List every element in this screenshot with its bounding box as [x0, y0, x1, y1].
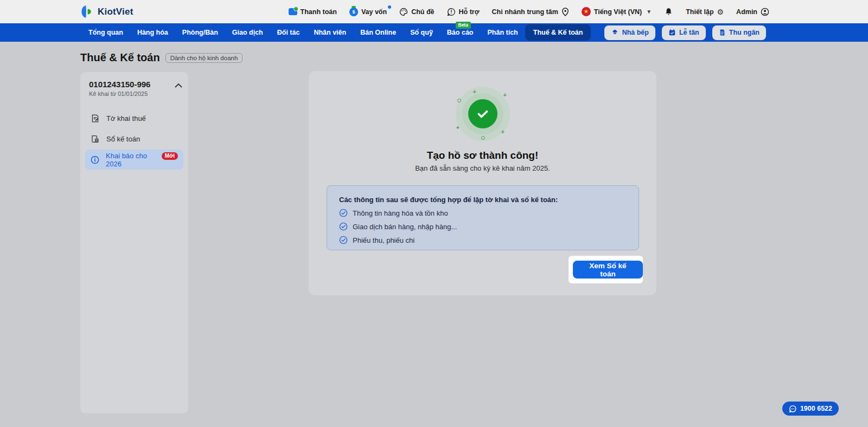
topbar-item-support[interactable]: Hỗ trợ Beta [447, 8, 480, 16]
page-header: Thuế & Kế toán Dành cho hộ kinh doanh [80, 51, 242, 64]
tax-sidebar: 0101243150-996 Kê khai từ 01/01/2025 Tờ … [80, 72, 188, 413]
confetti-circle [457, 99, 461, 102]
success-subheading: Bạn đã sẵn sàng cho kỳ kê khai năm 2025. [309, 164, 656, 172]
tour-spotlight: Xem Sổ kế toán [569, 256, 643, 283]
info-item-transactions: Giao dịch bán hàng, nhập hàng... [339, 222, 627, 231]
success-check-icon [468, 99, 497, 128]
success-heading: Tạo hồ sơ thành công! [309, 150, 656, 161]
tab-tong-quan[interactable]: Tổng quan [81, 23, 130, 42]
info-circle-icon [91, 156, 99, 164]
confetti-plus: + [501, 129, 505, 135]
beta-badge: Beta [456, 22, 471, 29]
confetti-plus: + [503, 92, 507, 98]
topbar-item-loan[interactable]: $ Vay vốn [349, 8, 387, 16]
topbar-item-branch[interactable]: Chi nhánh trung tâm [492, 8, 569, 16]
topbar-item-admin[interactable]: Admin [736, 8, 769, 16]
info-item-inventory: Thông tin hàng hóa và tồn kho [339, 209, 627, 217]
business-type-badge: Dành cho hộ kinh doanh [165, 53, 243, 63]
declaration-start-date: Kê khai từ 01/01/2025 [89, 90, 180, 97]
topbar-item-language[interactable]: ★ Tiếng Việt (VN) ▼ [582, 7, 652, 16]
topbar-menu: Thanh toán $ Vay vốn Chủ đề Hỗ [289, 7, 769, 16]
tab-so-quy[interactable]: Sổ quỹ [403, 23, 440, 42]
chef-hat-icon [611, 29, 619, 36]
tab-hang-hoa[interactable]: Hàng hóa [130, 23, 175, 42]
info-title: Các thông tin sau sẽ được tổng hợp để lậ… [339, 196, 627, 204]
check-circle-icon [339, 236, 348, 244]
reception-button[interactable]: Lễ tân [662, 25, 706, 40]
calendar-check-icon [668, 29, 676, 36]
check-circle-icon [339, 209, 348, 217]
chat-bubble-icon [789, 405, 797, 413]
location-pin-icon [561, 8, 569, 16]
tab-phong-ban[interactable]: Phòng/Bàn [175, 23, 225, 42]
gear-icon: ⚙ [717, 8, 724, 16]
sidebar-item-so-ke-toan[interactable]: Sổ kế toán [85, 129, 183, 149]
success-panel: + + + + Tạo hồ sơ thành công! Bạn đã sẵn… [309, 71, 656, 295]
sidebar-item-khai-bao-2026[interactable]: Khai báo cho 2026 Mới [85, 150, 183, 170]
ledger-book-icon [91, 134, 100, 144]
confetti-plus: + [473, 89, 476, 95]
tab-ban-online[interactable]: Bán Online [353, 23, 403, 42]
support-chat-icon [447, 8, 456, 16]
topbar-item-payment[interactable]: Thanh toán [289, 8, 337, 16]
info-item-receipts: Phiếu thu, phiếu chi [339, 236, 627, 244]
tab-doi-tac[interactable]: Đối tác [270, 23, 307, 42]
money-bag-icon: $ [349, 8, 358, 16]
tab-giao-dich[interactable]: Giao dịch [225, 23, 270, 42]
confetti-circle [481, 136, 485, 140]
page-title: Thuế & Kế toán [80, 51, 160, 64]
sidebar-item-to-khai-thue[interactable]: Tờ khai thuế [85, 108, 183, 128]
kitchen-button[interactable]: Nhà bếp [604, 25, 655, 40]
notification-dot [388, 5, 391, 9]
wallet-icon [289, 8, 297, 15]
quick-access-buttons: Nhà bếp Lễ tân Thu ngân [604, 25, 766, 40]
topbar-item-settings[interactable]: Thiết lập ⚙ [686, 8, 724, 16]
confetti-plus: + [456, 125, 459, 131]
tab-nhan-vien[interactable]: Nhân viên [307, 23, 353, 42]
palette-icon [399, 8, 408, 16]
tax-code: 0101243150-996 [89, 80, 180, 89]
tab-thue-ke-toan[interactable]: Thuế & Kế toán [525, 24, 591, 41]
hotline-number: 1900 6522 [800, 405, 832, 412]
topbar: KiotViet Thanh toán $ Vay vốn Chủ đề [0, 0, 868, 23]
notification-bell-button[interactable] [664, 7, 673, 16]
vietnam-flag-icon: ★ [582, 7, 591, 16]
success-graphic: + + + + [456, 87, 510, 141]
check-circle-icon [339, 222, 348, 231]
document-edit-icon [91, 114, 100, 123]
user-icon [761, 8, 769, 16]
kiotviet-logo-icon [80, 5, 94, 18]
collapse-chevron-icon[interactable] [175, 83, 182, 88]
brand-name: KiotViet [98, 7, 133, 17]
kiotviet-logo[interactable]: KiotViet [80, 5, 133, 18]
bell-icon [664, 7, 673, 16]
new-badge: Mới [162, 152, 178, 160]
sidebar-menu: Tờ khai thuế Sổ kế toán Khai báo cho 202… [85, 108, 183, 170]
view-ledger-button[interactable]: Xem Sổ kế toán [573, 261, 643, 279]
cashier-button[interactable]: Thu ngân [712, 25, 766, 40]
info-summary-box: Các thông tin sau sẽ được tổng hợp để lậ… [327, 185, 639, 250]
support-hotline-button[interactable]: 1900 6522 [782, 402, 839, 416]
sidebar-header: 0101243150-996 Kê khai từ 01/01/2025 [85, 80, 183, 97]
topbar-item-theme[interactable]: Chủ đề [399, 8, 434, 16]
main-nav: Tổng quan Hàng hóa Phòng/Bàn Giao dịch Đ… [0, 23, 868, 42]
tab-phan-tich[interactable]: Phân tích [480, 23, 525, 42]
receipt-icon [719, 29, 726, 36]
chevron-down-icon: ▼ [646, 9, 652, 15]
